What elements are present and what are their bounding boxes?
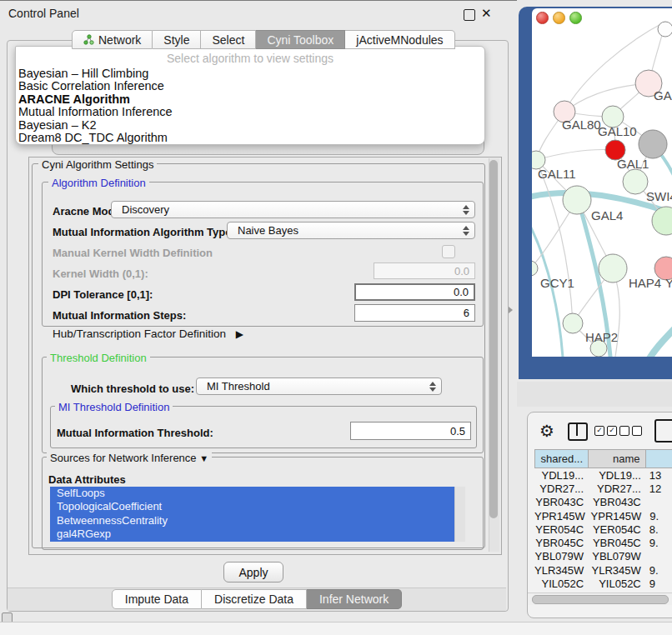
tab-cyni-toolbox[interactable]: Cyni Toolbox — [256, 30, 345, 49]
table-cell[interactable]: YDL19... — [589, 468, 646, 482]
algorithm-option[interactable]: Bayesian – K2 — [16, 119, 484, 132]
tab-discretize-data[interactable]: Discretize Data — [202, 589, 307, 609]
table-row[interactable]: YDR27...YDR27...12 — [534, 482, 672, 495]
table-cell[interactable]: YER054C — [589, 522, 646, 536]
settings-scrollbar-thumb[interactable] — [489, 160, 498, 518]
table-cell[interactable]: YBR043C — [589, 496, 646, 509]
hub-definition-expander[interactable]: Hub/Transcription Factor Definition ▶ — [53, 328, 243, 340]
tab-impute-data[interactable]: Impute Data — [112, 589, 202, 609]
table-cell[interactable]: YBR043C — [534, 496, 589, 509]
table-cell[interactable]: YPR145W — [534, 509, 590, 522]
column-header[interactable] — [646, 449, 672, 468]
which-threshold-label: Which threshold to use: — [71, 382, 194, 395]
network-node[interactable] — [658, 22, 672, 37]
table-cell[interactable]: YDR27... — [534, 482, 589, 495]
algorithm-option[interactable]: Dream8 DC_TDC Algorithm — [16, 132, 484, 144]
window-minimize-button[interactable] — [553, 12, 565, 24]
table-hscrollbar-thumb[interactable] — [532, 595, 669, 604]
gear-icon[interactable]: ⚙ — [539, 421, 554, 441]
table-row[interactable]: YPR145WYPR145W9. — [534, 509, 672, 522]
network-node[interactable] — [563, 186, 591, 214]
table-row[interactable]: YER054CYER054C8. — [534, 522, 672, 536]
aracne-mode-select[interactable]: Discovery — [111, 201, 475, 218]
tab-network[interactable]: Network — [72, 30, 153, 49]
manual-kernel-checkbox[interactable] — [442, 245, 455, 258]
table-cell[interactable]: 9. — [646, 509, 672, 522]
table-cell[interactable]: YIL052C — [589, 577, 646, 590]
attribute-list-item[interactable]: SelfLoops — [50, 487, 454, 500]
table-cell[interactable]: YBL079W — [589, 550, 646, 563]
network-canvas-area[interactable]: GAL7GAL80GAL10GAL1GAL11SWI4GAL4GCY1HAP4Y… — [532, 8, 672, 357]
table-cell[interactable]: YIL052C — [534, 577, 589, 590]
algorithm-option[interactable]: Bayesian – Hill Climbing — [16, 68, 484, 80]
column-header[interactable]: name — [589, 449, 646, 468]
table-row[interactable]: YBL079WYBL079W — [534, 550, 672, 563]
kernel-width-field[interactable]: 0.0 — [374, 262, 475, 279]
window-zoom-button[interactable] — [569, 12, 582, 24]
tab-select[interactable]: Select — [201, 30, 256, 49]
mi-type-value: Naive Bayes — [238, 224, 298, 237]
network-node[interactable] — [652, 207, 672, 235]
attributes-scrollbar[interactable] — [454, 487, 465, 542]
table-cell[interactable]: YLR345W — [589, 563, 646, 577]
mi-type-select[interactable]: Naive Bayes — [227, 222, 475, 239]
table-row[interactable]: YBR043CYBR043C — [534, 496, 672, 509]
attribute-list-item[interactable]: TopologicalCoefficient — [50, 500, 454, 513]
export-table-icon[interactable] — [654, 419, 672, 442]
column-header[interactable]: shared... — [534, 449, 589, 468]
node-label: HAP4 — [629, 276, 661, 290]
table-cell[interactable]: YER054C — [534, 522, 589, 536]
table-cell[interactable]: YDR27... — [589, 482, 646, 495]
apply-button[interactable]: Apply — [223, 562, 283, 582]
sources-collapse-toggle[interactable]: Sources for Network Inference ▼ — [47, 452, 212, 464]
tab-infer-network[interactable]: Infer Network — [307, 589, 402, 609]
table-row[interactable]: YBR045CYBR045C9. — [534, 536, 672, 549]
table-cell[interactable]: 9. — [646, 563, 672, 577]
network-node[interactable] — [639, 130, 667, 158]
network-node[interactable] — [623, 169, 648, 194]
hide-columns-icon[interactable] — [619, 426, 642, 436]
control-panel-title: Control Panel — [8, 7, 79, 20]
table-cell[interactable]: 8. — [646, 522, 672, 536]
table-cell[interactable]: YBR045C — [534, 536, 589, 549]
mi-steps-field[interactable]: 6 — [354, 304, 475, 322]
table-cell[interactable]: YLR345W — [534, 563, 589, 577]
network-node[interactable] — [532, 261, 538, 276]
node-label: GAL1 — [617, 157, 649, 171]
table-row[interactable]: YDL19...YDL19...13 — [534, 468, 672, 482]
table-row[interactable]: YIL052CYIL052C9 — [534, 577, 672, 590]
control-panel-titlebar: Control Panel ✕ — [0, 1, 517, 26]
which-threshold-select[interactable]: MI Threshold — [196, 378, 442, 395]
algorithm-option[interactable]: Basic Correlation Inference — [16, 80, 484, 92]
panel-splitter-handle[interactable] — [509, 307, 513, 313]
table-cell[interactable]: 9 — [646, 577, 672, 590]
table-cell[interactable]: YPR145W — [590, 509, 647, 522]
float-window-icon[interactable] — [464, 9, 475, 21]
table-cell[interactable]: YBL079W — [534, 550, 589, 563]
table-cell[interactable]: 12 — [646, 482, 672, 495]
algorithm-option[interactable]: ARACNE Algorithm — [16, 93, 484, 106]
table-cell[interactable]: YBR045C — [589, 536, 646, 549]
attribute-list-item[interactable]: gal4RGexp — [50, 528, 454, 541]
table-cell[interactable]: YDL19... — [534, 468, 589, 482]
close-icon[interactable]: ✕ — [481, 6, 492, 21]
algorithm-option[interactable]: Mutual Information Inference — [16, 106, 484, 118]
window-close-button[interactable] — [536, 12, 549, 24]
table-cell[interactable]: 13 — [646, 468, 672, 482]
table-cell[interactable] — [646, 550, 672, 563]
column-layout-icon[interactable] — [568, 422, 588, 441]
dpi-tolerance-field[interactable]: 0.0 — [354, 283, 475, 301]
table-cell[interactable]: 9. — [646, 536, 672, 549]
network-canvas[interactable]: GAL7GAL80GAL10GAL1GAL11SWI4GAL4GCY1HAP4Y… — [532, 8, 672, 357]
show-columns-icon[interactable]: ✓ ✓ — [594, 426, 617, 436]
sources-title: Sources for Network Inference — [50, 452, 197, 464]
mi-threshold-field[interactable]: 0.5 — [350, 422, 471, 440]
tab-style[interactable]: Style — [153, 30, 201, 49]
tab-jactivemnodules[interactable]: jActiveMNodules — [345, 30, 454, 49]
table-row[interactable]: YLR345WYLR345W9. — [534, 563, 672, 577]
network-node[interactable] — [563, 313, 583, 333]
manual-kernel-label: Manual Kernel Width Definition — [53, 247, 213, 259]
table-cell[interactable] — [646, 496, 672, 509]
attribute-list-item[interactable]: BetweennessCentrality — [50, 514, 454, 528]
network-node[interactable] — [599, 254, 627, 282]
